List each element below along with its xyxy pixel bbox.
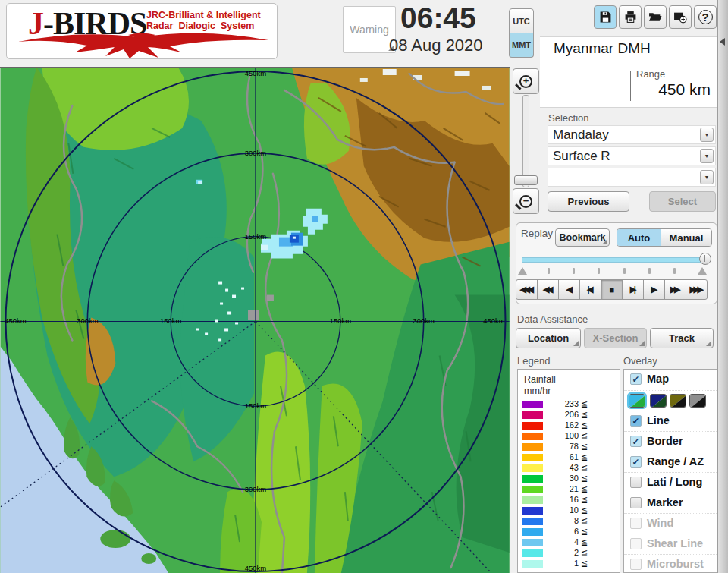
legend-color bbox=[522, 454, 543, 461]
map-style-3[interactable] bbox=[670, 394, 686, 408]
zoom-in-button[interactable]: + bbox=[513, 68, 539, 94]
location-button[interactable]: Location bbox=[516, 328, 581, 348]
play-button[interactable]: ▶ bbox=[643, 279, 665, 300]
mmt-button[interactable]: MMT bbox=[509, 33, 534, 58]
track-button[interactable]: Track bbox=[650, 328, 714, 348]
legend-color bbox=[522, 475, 543, 483]
svg-text:450km: 450km bbox=[5, 316, 27, 325]
help-icon: ? bbox=[698, 10, 713, 24]
checkbox-marker[interactable] bbox=[630, 497, 642, 508]
warning-button[interactable]: Warning bbox=[343, 6, 396, 53]
radar-map[interactable]: 450km 300km 150km 150km 300km 450km 450k… bbox=[0, 67, 510, 573]
slider-tick bbox=[648, 268, 651, 274]
zoom-slider-thumb[interactable] bbox=[514, 175, 538, 185]
map-style-2[interactable] bbox=[650, 394, 667, 408]
utc-button[interactable]: UTC bbox=[509, 8, 534, 33]
data-assistance-label: Data Assistance bbox=[517, 313, 588, 325]
map-style-4[interactable] bbox=[689, 394, 706, 408]
map-style-swatches bbox=[624, 390, 717, 411]
svg-text:450km: 450km bbox=[245, 69, 267, 77]
legend-color bbox=[522, 560, 543, 568]
manual-button[interactable]: Manual bbox=[661, 229, 711, 246]
overlay-row-lati-long[interactable]: Lati / Long bbox=[624, 472, 717, 493]
app-logo: J-BIRDS JRC-Brilliant & IntelligentRadar… bbox=[6, 3, 278, 59]
checkbox-map[interactable]: ✓ bbox=[630, 373, 642, 385]
legend-color bbox=[522, 433, 543, 440]
save-button[interactable] bbox=[594, 5, 617, 29]
chevron-down-icon[interactable]: ▼ bbox=[700, 170, 714, 184]
map-style-1[interactable] bbox=[629, 394, 645, 408]
xsection-button[interactable]: X-Section bbox=[584, 328, 647, 348]
help-button[interactable]: ? bbox=[694, 5, 717, 29]
panel-splitter[interactable] bbox=[717, 0, 728, 573]
auto-button[interactable]: Auto bbox=[617, 229, 661, 246]
legend-color bbox=[522, 528, 543, 536]
previous-button[interactable]: Previous bbox=[548, 191, 629, 212]
slider-tick bbox=[673, 268, 676, 274]
zoom-out-button[interactable]: − bbox=[513, 188, 539, 214]
range-value: 450 km bbox=[630, 80, 711, 99]
rewind-button[interactable]: ◀◀ bbox=[537, 279, 559, 300]
overlay-row-line[interactable]: ✓ Line bbox=[624, 411, 717, 431]
replay-slider-track[interactable] bbox=[522, 257, 704, 263]
legend-color bbox=[522, 422, 543, 430]
legend-color bbox=[522, 486, 543, 493]
range-label: Range bbox=[636, 68, 665, 80]
print-button[interactable] bbox=[619, 5, 642, 29]
legend-color bbox=[522, 539, 543, 546]
bookmark-button[interactable]: Bookmark bbox=[555, 228, 610, 247]
open-folder-button[interactable] bbox=[644, 5, 667, 29]
checkbox-lati-long[interactable] bbox=[630, 477, 642, 488]
collapse-panel-icon[interactable] bbox=[720, 38, 725, 46]
slider-end-marker bbox=[698, 267, 707, 275]
checkbox-line[interactable]: ✓ bbox=[630, 415, 642, 427]
image-add-icon bbox=[673, 11, 687, 24]
overlay-label: Overlay bbox=[623, 355, 657, 367]
overlay-row-marker[interactable]: Marker bbox=[624, 493, 717, 513]
forward-fast-button[interactable]: ▶▶▶ bbox=[686, 279, 708, 300]
chevron-down-icon[interactable]: ▼ bbox=[700, 149, 714, 163]
svg-text:150km: 150km bbox=[160, 316, 182, 325]
warning-label: Warning bbox=[350, 24, 389, 36]
rewind-fast-button[interactable]: ◀◀◀ bbox=[516, 279, 538, 300]
checkbox-border[interactable]: ✓ bbox=[630, 436, 642, 447]
station-name: Myanmar DMH bbox=[554, 40, 651, 57]
checkbox-shear-line bbox=[630, 538, 642, 549]
legend-color bbox=[522, 507, 543, 515]
chevron-down-icon[interactable]: ▼ bbox=[700, 128, 714, 142]
slider-tick bbox=[573, 268, 575, 274]
product-dropdown[interactable]: Surface R ▼ bbox=[548, 146, 716, 165]
site-dropdown[interactable]: Mandalay ▼ bbox=[548, 125, 716, 144]
extra-dropdown[interactable]: ▼ bbox=[548, 168, 716, 187]
svg-text:150km: 150km bbox=[245, 232, 267, 241]
svg-text:300km: 300km bbox=[77, 316, 99, 325]
legend-color bbox=[522, 411, 543, 419]
legend-color bbox=[522, 518, 543, 525]
slider-tick bbox=[548, 268, 550, 274]
folder-open-icon bbox=[648, 11, 662, 24]
overlay-row-range-az[interactable]: ✓ Range / AZ bbox=[624, 452, 717, 472]
selection-label: Selection bbox=[548, 112, 588, 124]
checkbox-wind bbox=[630, 518, 642, 529]
forward-button[interactable]: ▶▶ bbox=[664, 279, 686, 300]
select-button[interactable]: Select bbox=[649, 191, 716, 212]
overlay-row-wind: Wind bbox=[624, 513, 717, 534]
play-backward-button[interactable]: ◀ bbox=[558, 279, 580, 300]
zoom-slider-track[interactable] bbox=[522, 95, 529, 187]
overlay-row-map[interactable]: ✓ Map bbox=[624, 370, 717, 390]
svg-text:150km: 150km bbox=[245, 401, 267, 410]
auto-manual-toggle: Auto Manual bbox=[617, 228, 712, 247]
replay-slider-thumb[interactable] bbox=[699, 253, 711, 265]
clock-date: 08 Aug 2020 bbox=[389, 36, 483, 55]
step-back-button[interactable]: |◀ bbox=[579, 279, 601, 300]
legend-color bbox=[522, 401, 543, 408]
capture-image-button[interactable] bbox=[669, 5, 692, 29]
step-forward-button[interactable]: ▶| bbox=[622, 279, 644, 300]
legend-unit: mm/hr bbox=[524, 386, 551, 396]
zoom-in-icon: + bbox=[519, 75, 532, 88]
checkbox-range-az[interactable]: ✓ bbox=[630, 456, 642, 468]
product-dropdown-value: Surface R bbox=[553, 149, 610, 164]
stop-button[interactable]: ■ bbox=[601, 279, 623, 300]
overlay-row-border[interactable]: ✓ Border bbox=[624, 431, 717, 452]
legend-color bbox=[522, 549, 543, 557]
